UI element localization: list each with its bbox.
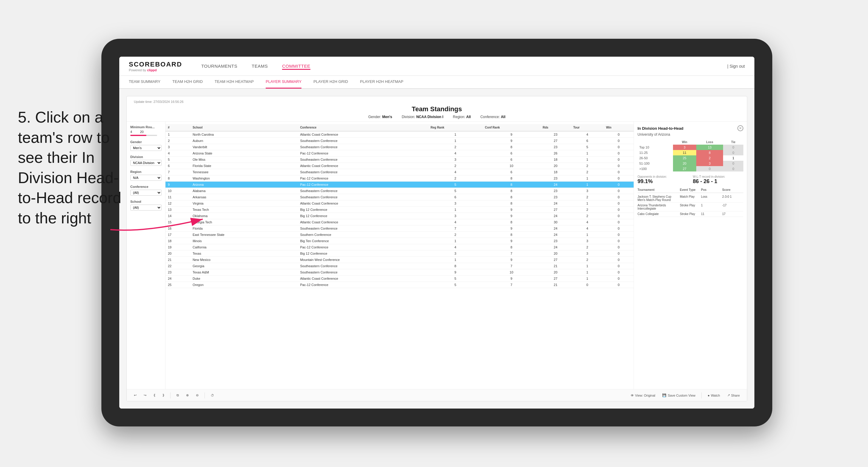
table-row[interactable]: 9 Arizona Pac-12 Conference 5 8 24 1 0	[165, 182, 633, 188]
cell-conference: Atlantic Coast Conference	[298, 219, 428, 225]
cell-tour: 2	[571, 163, 603, 169]
table-row[interactable]: 5 Ole Miss Southeastern Conference 3 6 1…	[165, 157, 633, 163]
h2h-row-tie: 1	[723, 155, 743, 161]
step-back-button[interactable]: ⟪	[151, 393, 158, 398]
table-row[interactable]: 16 Florida Southeastern Conference 7 9 2…	[165, 225, 633, 232]
minus-button[interactable]: ⊖	[193, 393, 201, 398]
share-button[interactable]: ↗ Share	[725, 393, 742, 398]
table-row[interactable]: 8 Washington Pac-12 Conference 2 8 23 1 …	[165, 175, 633, 182]
cell-tour: 3	[571, 250, 603, 257]
table-row[interactable]: 22 Georgia Southeastern Conference 8 7 2…	[165, 263, 633, 269]
clock-button[interactable]: ⏱	[209, 393, 216, 398]
cell-reg-rank: 7	[428, 225, 483, 232]
subnav-team-summary[interactable]: TEAM SUMMARY	[129, 75, 160, 89]
watch-label: Watch	[711, 394, 720, 397]
cell-win: 0	[603, 207, 633, 213]
cell-reg-rank: 2	[428, 232, 483, 238]
sign-out[interactable]: | Sign out	[727, 64, 745, 69]
filter-select-gender[interactable]: Men's	[130, 145, 162, 151]
subnav-player-h2h-grid[interactable]: PLAYER H2H GRID	[313, 75, 348, 89]
cell-conference: Big 12 Conference	[298, 213, 428, 219]
table-row[interactable]: 13 Texas Tech Big 12 Conference 1 9 27 2…	[165, 207, 633, 213]
cell-conf-rank: 6	[483, 169, 540, 175]
cell-conf-rank: 7	[483, 282, 540, 288]
h2h-title: In Division Head-to-Head	[638, 126, 683, 131]
h2h-row-loss: 8	[696, 150, 723, 155]
subnav-player-summary[interactable]: PLAYER SUMMARY	[266, 75, 302, 89]
h2h-row-loss: 2	[696, 155, 723, 161]
h2h-record-label: W-L-T record in-division:	[693, 175, 744, 178]
table-row[interactable]: 11 Arkansas Southeastern Conference 6 8 …	[165, 194, 633, 200]
cell-win: 0	[603, 232, 633, 238]
tournament-name: Cabo Collegiate	[638, 212, 680, 216]
cell-reg-rank: 3	[428, 213, 483, 219]
cell-reg-rank: 1	[428, 238, 483, 244]
table-row[interactable]: 23 Texas A&M Southeastern Conference 9 1…	[165, 269, 633, 276]
table-row[interactable]: 7 Tennessee Southeastern Conference 4 6 …	[165, 169, 633, 175]
cell-conference: Southeastern Conference	[298, 169, 428, 175]
table-row[interactable]: 10 Alabama Southeastern Conference 5 8 2…	[165, 188, 633, 194]
table-row[interactable]: 25 Oregon Pac-12 Conference 5 7 21 0 0	[165, 282, 633, 288]
table-row[interactable]: 2 Auburn Southeastern Conference 1 9 27 …	[165, 138, 633, 144]
cell-conference: Atlantic Coast Conference	[298, 200, 428, 207]
plus-button[interactable]: ⊕	[184, 393, 191, 398]
table-row[interactable]: 17 East Tennessee State Southern Confere…	[165, 232, 633, 238]
copy-button[interactable]: ⧉	[174, 393, 181, 398]
watch-button[interactable]: ● Watch	[705, 393, 722, 398]
table-row[interactable]: 18 Illinois Big Ten Conference 1 9 23 3 …	[165, 238, 633, 244]
filter-gender: Men's	[382, 115, 393, 119]
top-nav: SCOREBOARD Powered by clippd TOURNAMENTS…	[119, 57, 754, 76]
eye-icon: 👁	[631, 394, 634, 397]
subnav-player-h2h-heatmap[interactable]: PLAYER H2H HEATMAP	[360, 75, 403, 89]
cell-win: 0	[603, 144, 633, 150]
filter-select-region[interactable]: N/A	[130, 175, 162, 181]
redo-button[interactable]: ↪	[141, 393, 149, 398]
subnav-team-h2h-grid[interactable]: TEAM H2H GRID	[172, 75, 203, 89]
cell-school: Arizona	[190, 182, 298, 188]
cell-win: 0	[603, 213, 633, 219]
th-num: #	[165, 124, 190, 131]
cell-conf-rank: 10	[483, 163, 540, 169]
step-forward-button[interactable]: ⟫	[160, 393, 167, 398]
toolbar-divider-2	[205, 393, 205, 398]
undo-button[interactable]: ↩	[131, 393, 139, 398]
cell-win: 0	[603, 182, 633, 188]
cell-win: 0	[603, 244, 633, 250]
h2h-col-tie: Tie	[723, 139, 743, 145]
cell-tour: 4	[571, 225, 603, 232]
cell-num: 5	[165, 157, 190, 163]
cell-reg-rank: 6	[428, 194, 483, 200]
subnav-team-h2h-heatmap[interactable]: TEAM H2H HEATMAP	[215, 75, 254, 89]
cell-reg-rank: 4	[428, 219, 483, 225]
cell-conference: Pac-12 Conference	[298, 175, 428, 182]
table-row[interactable]: 14 Oklahoma Big 12 Conference 3 9 24 2 0	[165, 213, 633, 219]
filter-group-region: Region N/A	[130, 170, 162, 181]
table-row[interactable]: 21 New Mexico Mountain West Conference 1…	[165, 257, 633, 263]
nav-committee[interactable]: COMMITTEE	[282, 62, 310, 70]
cell-school: Tennessee	[190, 169, 298, 175]
table-row[interactable]: 19 California Pac-12 Conference 4 8 24 2…	[165, 244, 633, 250]
cell-conf-rank: 7	[483, 250, 540, 257]
close-button[interactable]: ✕	[737, 125, 743, 131]
table-row[interactable]: 20 Texas Big 12 Conference 3 7 20 3 0	[165, 250, 633, 257]
nav-tournaments[interactable]: TOURNAMENTS	[201, 62, 237, 70]
filter-select-division[interactable]: NCAA Division I	[130, 160, 162, 166]
cell-rds: 23	[540, 144, 571, 150]
cell-reg-rank: 5	[428, 188, 483, 194]
h2h-opponents-value: 99.1%	[638, 178, 688, 185]
save-custom-view-button[interactable]: 💾 Save Custom View	[660, 393, 698, 398]
table-row[interactable]: 12 Virginia Atlantic Coast Conference 3 …	[165, 200, 633, 207]
cell-conf-rank: 8	[483, 232, 540, 238]
table-row[interactable]: 3 Vanderbilt Southeastern Conference 2 8…	[165, 144, 633, 150]
table-row[interactable]: 4 Arizona State Pac-12 Conference 4 6 26…	[165, 150, 633, 157]
nav-teams[interactable]: TEAMS	[252, 62, 268, 70]
cell-tour: 6	[571, 138, 603, 144]
table-row[interactable]: 6 Florida State Atlantic Coast Conferenc…	[165, 163, 633, 169]
table-row[interactable]: 24 Duke Atlantic Coast Conference 5 9 27…	[165, 276, 633, 282]
view-original-button[interactable]: 👁 View: Original	[628, 393, 658, 398]
range-slider[interactable]	[130, 135, 157, 136]
table-row[interactable]: 1 North Carolina Atlantic Coast Conferen…	[165, 131, 633, 138]
cell-win: 0	[603, 175, 633, 182]
table-row[interactable]: 15 Georgia Tech Atlantic Coast Conferenc…	[165, 219, 633, 225]
filter-select-conference[interactable]: (All)	[130, 190, 162, 196]
